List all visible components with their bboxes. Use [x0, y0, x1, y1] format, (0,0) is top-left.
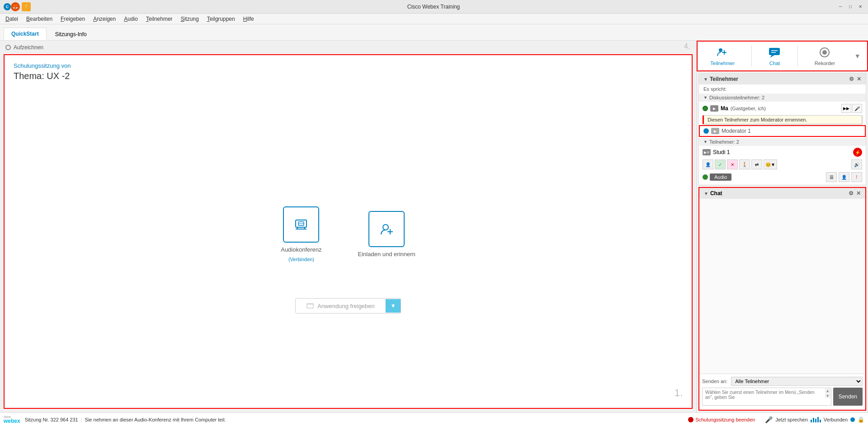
menu-anzeigen[interactable]: Anzeigen [90, 15, 119, 23]
status-info: Sie nehmen an dieser Audio-Konferenz mit… [85, 417, 226, 422]
studi-video-icon: ▶✕ [703, 149, 711, 155]
studi-btn-check[interactable]: ✓ [715, 159, 726, 169]
send-to-row: Senden an: Alle Teilnehmer [702, 377, 863, 386]
textarea-scroll-down[interactable]: ▼ [825, 393, 830, 398]
audio-row: Audio ☰ 👤 ! [699, 171, 866, 185]
left-area: Aufzeichnen Schulungssitzung von Thema: … [0, 41, 696, 412]
studi-btn-speaker[interactable]: 🔊 [851, 159, 862, 169]
invite-icon-box [368, 211, 405, 247]
toolbar-scroll-button[interactable]: ▼ [852, 42, 863, 70]
green-dot-audio [703, 174, 708, 180]
share-dropdown-button[interactable]: ▼ [386, 299, 401, 313]
share-icon [307, 302, 314, 309]
toolbar-separator-1 [751, 45, 752, 67]
chat-settings-icon[interactable]: ⚙ [849, 190, 854, 197]
toolbar-chat-label: Chat [769, 61, 780, 66]
moderator-video-icon: ▶ [710, 105, 718, 112]
moderator-action-2[interactable]: 🎤 [852, 104, 862, 113]
moderator-name: Ma [721, 105, 728, 112]
studi-btn-add[interactable]: 👤 [703, 159, 713, 169]
share-application-button[interactable]: Anwendung freigeben ▼ [295, 298, 401, 314]
annotation-1: 1. [675, 387, 683, 399]
speaking-area: 🎤 Jetzt sprechen Verbunden 🔒 [765, 416, 864, 423]
audio-icon [292, 215, 310, 234]
moderator1-blue-dot [703, 128, 709, 134]
moderator-participant-row: ▶ Ma (Gastgeber, ich) ▶▶ 🎤 [699, 102, 866, 115]
close-button[interactable]: ✕ [856, 3, 864, 11]
moderator1-label: Moderator 1 [722, 128, 751, 134]
invite-icon [377, 220, 396, 238]
chat-panel-header: ▼ Chat ⚙ ✕ [699, 188, 865, 199]
chat-close-icon[interactable]: ✕ [856, 190, 861, 197]
toolbar-teilnehmer-button[interactable]: Teilnehmer [701, 42, 744, 70]
tab-sitzungsinfo[interactable]: Sitzungs-Info [47, 28, 94, 40]
session-thema: Thema: UX -2 [14, 71, 71, 81]
maximize-button[interactable]: □ [846, 3, 854, 11]
studi-btn-cross[interactable]: ✕ [727, 159, 738, 169]
menu-teilnehmer[interactable]: Teilnehmer [142, 15, 176, 23]
teilnehmer-close-icon[interactable]: ✕ [857, 76, 861, 82]
session-schulung-label: Schulungssitzung von [14, 62, 71, 69]
audio-icon-box [283, 206, 319, 243]
menu-audio[interactable]: Audio [120, 15, 142, 23]
verbunden-label: Verbunden [824, 417, 848, 422]
menu-hilfe[interactable]: Hilfe [240, 15, 258, 23]
teilnehmer-section-label: Teilnehmer: 2 [709, 139, 739, 145]
studi-name: Studi 1 [713, 149, 851, 155]
teilnehmer-panel-title: Teilnehmer [710, 76, 738, 82]
menu-sitzung[interactable]: Sitzung [177, 15, 203, 23]
minimize-button[interactable]: ─ [836, 3, 844, 11]
studi-red-icon[interactable]: ⚡ [853, 148, 862, 157]
teilnehmer-section: ▼ Teilnehmer: 2 [699, 138, 866, 146]
audio-sublabel[interactable]: (Verbinden) [288, 257, 314, 262]
svg-point-6 [383, 225, 388, 230]
tab-quickstart[interactable]: QuickStart [4, 28, 47, 40]
connected-dot [850, 417, 855, 422]
teilnehmer-panel: 2. ▼ Teilnehmer ⚙ ✕ Es spricht: [698, 73, 866, 185]
audio-action-1[interactable]: ☰ [826, 172, 837, 182]
chat-toolbar-icon [768, 46, 781, 59]
rekorder-toolbar-icon [818, 46, 831, 59]
toolbar-rekorder-label: Rekorder [815, 61, 835, 66]
annotation-4: 4. [684, 42, 690, 51]
menu-teilgruppen[interactable]: Teilgruppen [203, 15, 239, 23]
menu-freigeben[interactable]: Freigeben [57, 15, 89, 23]
audio-conference-button[interactable]: Audiokonferenz (Verbinden) [281, 206, 321, 262]
svg-marker-15 [770, 55, 774, 58]
menu-datei[interactable]: Datei [2, 15, 22, 23]
firefox-icon: 🦊 [11, 2, 20, 11]
end-session-label[interactable]: Schulungssitzung beenden [695, 417, 755, 422]
right-sidebar: 4. Teilnehmer [696, 41, 868, 412]
toolbar-rekorder-button[interactable]: Rekorder [806, 42, 844, 70]
teilnehmer-settings-icon[interactable]: ⚙ [849, 76, 854, 82]
diskussion-label: Diskussionsteilnehmer: 2 [709, 95, 764, 100]
audio-button[interactable]: Audio [710, 173, 731, 181]
toolbar-chat-button[interactable]: Chat [759, 42, 790, 70]
audio-action-2[interactable]: 👤 [839, 172, 849, 182]
menu-bearbeiten[interactable]: Bearbeiten [23, 15, 56, 23]
chat-input-row: ▲ ▼ Senden [702, 388, 863, 407]
aufzeichnen-label[interactable]: Aufzeichnen [14, 44, 43, 51]
studi-btn-transfer[interactable]: ⇄ [751, 159, 762, 169]
jetzt-sprechen-label: Jetzt sprechen [775, 417, 808, 422]
studi-btn-emoji[interactable]: 😊▼ [764, 159, 777, 169]
end-session-button[interactable]: Schulungssitzung beenden [688, 417, 755, 422]
svg-point-19 [822, 50, 827, 55]
toolbar-teilnehmer-label: Teilnehmer [710, 61, 735, 66]
invite-button[interactable]: Einladen und erinnern [358, 211, 415, 257]
window-controls: ─ □ ✕ [836, 3, 864, 11]
moderator-action-1[interactable]: ▶▶ [841, 104, 851, 113]
session-nr: Sitzung Nr. 322 964 231 [25, 417, 78, 422]
record-circle-icon [5, 45, 11, 50]
chat-input[interactable] [702, 388, 831, 406]
senden-an-select[interactable]: Alle Teilnehmer [731, 377, 863, 386]
moderator1-video-icon: ▶ [711, 128, 719, 134]
diskussion-section: ▼ Diskussionsteilnehmer: 2 [699, 94, 866, 102]
studi-btn-person[interactable]: 🚶 [739, 159, 750, 169]
textarea-scroll-up[interactable]: ▲ [825, 389, 830, 393]
send-button[interactable]: Senden [833, 388, 863, 406]
svg-rect-14 [769, 48, 780, 55]
es-spricht-label: Es spricht: [699, 84, 866, 94]
window-title: Cisco Webex Training [31, 4, 836, 10]
audio-action-3[interactable]: ! [851, 172, 862, 182]
